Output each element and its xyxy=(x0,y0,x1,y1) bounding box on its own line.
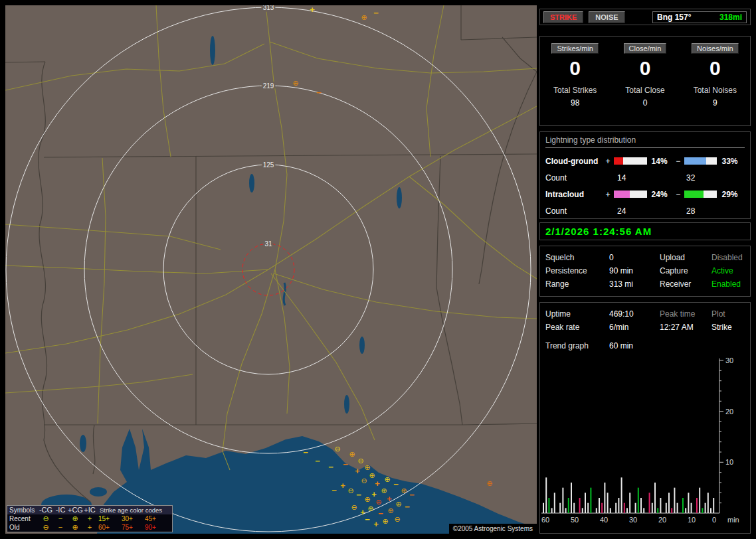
ncg-icon: ⊖ xyxy=(39,515,53,522)
strike-symbol-ncg: ⊖ xyxy=(394,515,400,523)
strike-symbol-nic: − xyxy=(373,8,379,18)
stats-row: Uptime 469:10 Peak time Plot xyxy=(545,307,745,321)
close-per-min-button[interactable]: Close/min xyxy=(624,43,667,54)
trend-bar xyxy=(643,508,644,513)
mode-bar: STRIKE NOISE Bng 157° 318mi xyxy=(539,9,751,25)
noises-per-min-button[interactable]: Noises/min xyxy=(692,43,738,54)
trend-graph: 3020106050403020100min xyxy=(540,357,750,533)
strike-symbol-ncg: ⊖ xyxy=(357,457,363,465)
range-ring-label-31: 31 xyxy=(264,240,272,248)
ic-positive-count: 24 xyxy=(617,206,686,216)
strikes-counter-column: Strikes/min 0 Total Strikes 98 xyxy=(540,42,610,125)
total-strikes-label: Total Strikes xyxy=(540,86,610,95)
strike-symbol-ncg: ⊖ xyxy=(351,503,357,511)
trend-bar xyxy=(559,503,561,513)
close-per-min-value: 0 xyxy=(610,56,680,80)
stats-row: Peak rate 6/min 12:27 AM Strike xyxy=(545,321,745,334)
strike-symbol-nic: − xyxy=(303,447,308,457)
trend-bar xyxy=(607,493,609,513)
peak-rate-value: 6/min xyxy=(609,323,660,332)
age-90: 90+ xyxy=(143,524,167,531)
ncg-icon: ⊖ xyxy=(39,524,53,531)
intracloud-count-row: Count 24 28 xyxy=(545,202,745,219)
trend-bar xyxy=(635,503,636,513)
nic-icon: − xyxy=(53,524,68,531)
lake xyxy=(80,435,86,452)
count-label: Count xyxy=(545,206,607,216)
trend-bar xyxy=(618,498,619,513)
trend-x-label: 0 xyxy=(712,516,716,524)
lightning-map[interactable]: 31321912531 +⊕−⊕−⊕−⊖⊕⊖−⊕+−−⊕⊖+⊕−⊕−⊕+⊕−⊖+… xyxy=(5,5,537,534)
trend-bar xyxy=(568,498,569,513)
trend-bar xyxy=(691,503,692,513)
strike-symbol-pcg: ⊕ xyxy=(292,79,298,87)
total-strikes-value: 98 xyxy=(540,98,610,108)
strike-symbol-nic: − xyxy=(331,485,337,495)
strike-symbol-pcg: ⊕ xyxy=(401,487,407,495)
trend-bar xyxy=(587,503,589,513)
legend-type-pcg: +CG xyxy=(68,506,82,514)
trend-x-label: 10 xyxy=(688,516,696,524)
cloud-ground-row: Cloud-ground + 14% − 33% xyxy=(545,153,745,169)
trend-bar xyxy=(571,483,572,513)
range-ring-label-219: 219 xyxy=(263,82,274,90)
legend-recent-row: Recent ⊖ − ⊕ + 15+ 30+ 45+ xyxy=(7,514,172,523)
range-value: 313 mi xyxy=(609,279,660,289)
minus-sign: − xyxy=(674,190,682,199)
age-15: 15+ xyxy=(97,515,120,522)
strike-symbol-nic: − xyxy=(343,459,348,469)
upload-status: Disabled xyxy=(711,253,745,262)
strike-symbol-pcg: ⊕ xyxy=(364,463,370,471)
plus-sign: + xyxy=(604,157,612,166)
trend-bar xyxy=(654,483,656,513)
strike-symbol-pcg: ⊕ xyxy=(395,500,401,508)
strike-symbol-pcg: ⊕ xyxy=(361,13,367,21)
strikes-per-min-button[interactable]: Strikes/min xyxy=(551,43,598,54)
range-ring-label-125: 125 xyxy=(263,161,274,169)
ic-negative-pct: 29% xyxy=(719,190,745,199)
legend-recent-label: Recent xyxy=(9,515,39,522)
strike-symbol-pic: + xyxy=(387,494,392,504)
trend-bar xyxy=(710,508,711,513)
strike-symbol-pic: + xyxy=(375,479,380,489)
cg-negative-pct: 33% xyxy=(719,157,745,166)
legend-old-row: Old ⊖ − ⊕ + 60+ 75+ 90+ xyxy=(7,523,172,532)
stats-box: Uptime 469:10 Peak time Plot Peak rate 6… xyxy=(539,302,751,534)
trend-x-label: 50 xyxy=(571,516,579,524)
total-noises-label: Total Noises xyxy=(680,86,750,95)
legend-old-label: Old xyxy=(9,524,39,531)
trend-bar xyxy=(599,498,600,513)
noises-counter-column: Noises/min 0 Total Noises 9 xyxy=(680,42,750,125)
noise-mode-button[interactable]: NOISE xyxy=(589,11,624,23)
strike-symbol-pic: + xyxy=(340,481,345,491)
strike-symbol-pic: + xyxy=(310,5,315,15)
capture-status: Active xyxy=(711,266,745,275)
map-canvas: 31321912531 +⊕−⊕−⊕−⊖⊕⊖−⊕+−−⊕⊖+⊕−⊕−⊕+⊕−⊖+… xyxy=(5,5,537,534)
trend-bar xyxy=(624,503,625,513)
intracloud-label: Intracloud xyxy=(545,190,604,199)
strike-symbol-nic: − xyxy=(409,490,415,500)
trend-bar xyxy=(652,503,653,513)
rate-counters: Strikes/min 0 Total Strikes 98 Close/min… xyxy=(539,36,751,126)
persistence-label: Persistence xyxy=(545,266,609,275)
settings-row: Range 313 mi Receiver Enabled xyxy=(545,277,745,291)
lake xyxy=(359,337,365,354)
plus-sign: + xyxy=(604,190,612,199)
trend-bar xyxy=(590,488,591,513)
strike-symbol-pcg: ⊕ xyxy=(382,517,388,525)
strike-mode-button[interactable]: STRIKE xyxy=(543,11,583,23)
strike-symbol-pcg: ⊕ xyxy=(364,495,370,503)
age-30: 30+ xyxy=(120,515,143,522)
ic-positive-pct: 24% xyxy=(649,190,675,199)
lake xyxy=(344,395,349,414)
trend-bar xyxy=(685,508,686,513)
trend-graph-canvas: 3020106050403020100min xyxy=(540,357,750,533)
cloud-ground-count-row: Count 14 32 xyxy=(545,169,745,186)
strike-symbol-nic: − xyxy=(356,490,361,500)
uptime-value: 469:10 xyxy=(609,309,660,319)
trend-bar xyxy=(554,493,555,513)
plot-value: Strike xyxy=(711,323,745,332)
age-75: 75+ xyxy=(120,524,143,531)
persistence-value: 90 min xyxy=(609,266,660,275)
trend-bar xyxy=(543,503,544,513)
